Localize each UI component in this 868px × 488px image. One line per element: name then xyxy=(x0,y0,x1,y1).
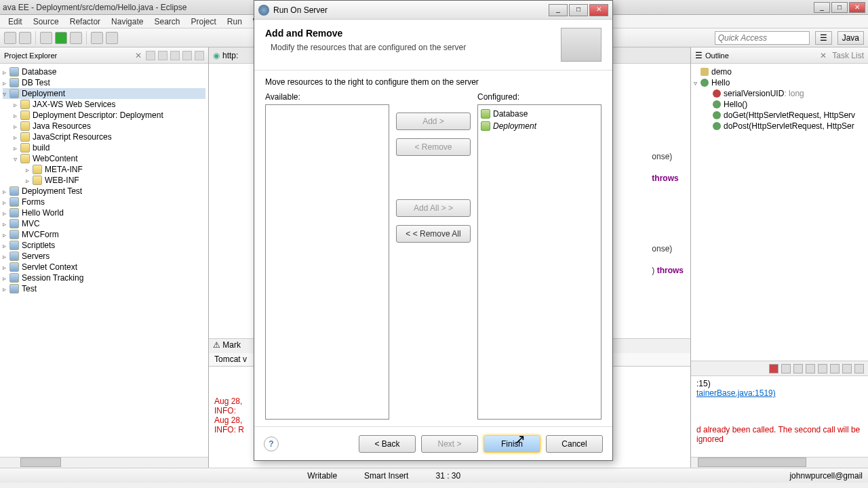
expand-icon[interactable]: ▹ xyxy=(14,134,20,141)
link-editor-icon[interactable] xyxy=(158,51,167,60)
outline-item[interactable]: doGet(HttpServletRequest, HttpServ xyxy=(694,110,865,121)
tree-item-database[interactable]: ▹Database xyxy=(3,66,205,77)
expand-icon[interactable]: ▿ xyxy=(694,79,701,87)
tree-item-javascript-resources[interactable]: ▹JavaScript Resources xyxy=(3,131,205,142)
menu-edit[interactable]: Edit xyxy=(3,16,28,28)
tree-item-scriptlets[interactable]: ▹Scriptlets xyxy=(3,240,205,251)
remove-all-icon[interactable] xyxy=(793,364,803,373)
outline-item[interactable]: demo xyxy=(694,66,865,77)
expand-icon[interactable]: ▹ xyxy=(3,79,9,87)
expand-icon[interactable]: ▹ xyxy=(3,253,9,260)
tree-item-servers[interactable]: ▹Servers xyxy=(3,251,205,262)
tree-item-build[interactable]: ▹build xyxy=(3,142,205,153)
outline-item[interactable]: serialVersionUID: long xyxy=(694,88,865,99)
save-icon[interactable] xyxy=(4,32,16,44)
quick-access-input[interactable] xyxy=(715,31,810,45)
menu-search[interactable]: Search xyxy=(149,16,185,28)
tasklist-tab[interactable]: Task List xyxy=(832,51,864,60)
help-icon[interactable]: ? xyxy=(264,436,279,451)
configured-list[interactable]: DatabaseDeployment xyxy=(477,104,601,420)
tree-item-meta-inf[interactable]: ▹META-INF xyxy=(3,164,205,175)
scroll-lock-icon[interactable] xyxy=(818,364,827,373)
stop-icon[interactable] xyxy=(106,32,118,44)
console-link[interactable]: tainerBase.java:1519) xyxy=(696,388,863,398)
scrollbar-horizontal[interactable] xyxy=(0,457,208,468)
tree-item-deployment-descriptor-deployment[interactable]: ▹Deployment Descriptor: Deployment xyxy=(3,110,205,121)
maximize-button[interactable]: □ xyxy=(831,2,848,13)
close-view-icon[interactable]: ✕ xyxy=(820,51,827,60)
expand-icon[interactable]: ▹ xyxy=(26,166,33,174)
expand-icon[interactable]: ▹ xyxy=(3,199,9,206)
add-all-button[interactable]: Add All > > xyxy=(396,199,471,217)
expand-icon[interactable]: ▹ xyxy=(3,68,9,76)
expand-icon[interactable]: ▹ xyxy=(14,123,20,130)
dialog-close-button[interactable]: ✕ xyxy=(589,4,608,16)
add-button[interactable]: Add > xyxy=(396,113,471,130)
open-console-icon[interactable] xyxy=(854,364,864,373)
expand-icon[interactable]: ▹ xyxy=(14,101,20,108)
configured-item-deployment[interactable]: Deployment xyxy=(481,120,598,132)
scrollbar-horizontal[interactable] xyxy=(691,457,868,468)
tree-item-db-test[interactable]: ▹DB Test xyxy=(3,77,205,88)
expand-icon[interactable]: ▿ xyxy=(3,90,9,98)
menu-refactor[interactable]: Refactor xyxy=(64,16,106,28)
expand-icon[interactable]: ▹ xyxy=(3,264,9,271)
terminate-icon[interactable] xyxy=(769,364,778,373)
expand-icon[interactable]: ▹ xyxy=(3,220,9,228)
expand-icon[interactable]: ▹ xyxy=(3,231,9,239)
finish-button[interactable]: Finish xyxy=(484,435,540,453)
perspective-java[interactable]: Java xyxy=(837,31,864,45)
remove-launch-icon[interactable] xyxy=(781,364,791,373)
expand-icon[interactable]: ▹ xyxy=(14,112,20,119)
tree-item-jax-ws-web-services[interactable]: ▹JAX-WS Web Services xyxy=(3,99,205,110)
expand-icon[interactable]: ▹ xyxy=(3,274,9,282)
run-last-icon[interactable] xyxy=(70,32,82,44)
dialog-maximize-button[interactable]: □ xyxy=(569,4,588,16)
maximize-view-icon[interactable] xyxy=(195,51,204,60)
tree-item-session-tracking[interactable]: ▹Session Tracking xyxy=(3,272,205,283)
expand-icon[interactable]: ▹ xyxy=(14,144,20,152)
minimize-view-icon[interactable] xyxy=(182,51,192,60)
outline-tab[interactable]: Outline xyxy=(705,52,814,60)
expand-icon[interactable]: ▹ xyxy=(26,177,33,184)
close-button[interactable]: ✕ xyxy=(849,2,865,13)
expand-icon[interactable]: ▹ xyxy=(3,209,9,217)
new-icon[interactable] xyxy=(91,32,103,44)
save-all-icon[interactable] xyxy=(19,32,31,44)
tree-item-deployment[interactable]: ▿Deployment xyxy=(3,88,205,99)
outline-item[interactable]: ▿Hello xyxy=(694,77,865,88)
clear-console-icon[interactable] xyxy=(806,364,815,373)
menu-navigate[interactable]: Navigate xyxy=(106,16,149,28)
next-button[interactable]: Next > xyxy=(421,435,478,453)
menu-source[interactable]: Source xyxy=(28,16,64,28)
debug-icon[interactable] xyxy=(40,32,52,44)
perspective-java-ee[interactable]: ☰ xyxy=(815,31,832,45)
project-tree[interactable]: ▹Database▹DB Test▿Deployment▹JAX-WS Web … xyxy=(0,64,208,457)
tree-item-java-resources[interactable]: ▹Java Resources xyxy=(3,121,205,131)
cancel-button[interactable]: Cancel xyxy=(546,435,603,453)
expand-icon[interactable]: ▹ xyxy=(3,188,9,195)
available-list[interactable] xyxy=(265,104,389,420)
collapse-all-icon[interactable] xyxy=(146,51,155,60)
tree-item-web-inf[interactable]: ▹WEB-INF xyxy=(3,175,205,186)
dialog-minimize-button[interactable]: _ xyxy=(549,4,568,16)
expand-icon[interactable]: ▹ xyxy=(3,242,9,249)
tree-item-mvc[interactable]: ▹MVC xyxy=(3,218,205,229)
close-view-icon[interactable]: ✕ xyxy=(135,51,142,60)
editor-tab-url[interactable]: http: xyxy=(222,51,238,60)
outline-tree[interactable]: demo▿HelloserialVersionUID: longHello()d… xyxy=(691,64,868,134)
tree-item-hello-world[interactable]: ▹Hello World xyxy=(3,207,205,218)
menu-project[interactable]: Project xyxy=(185,16,221,28)
minimize-button[interactable]: _ xyxy=(814,2,830,13)
tree-item-webcontent[interactable]: ▿WebContent xyxy=(3,153,205,164)
run-icon[interactable] xyxy=(55,32,67,44)
menu-run[interactable]: Run xyxy=(222,16,248,28)
expand-icon[interactable]: ▹ xyxy=(3,285,9,293)
tree-item-deployment-test[interactable]: ▹Deployment Test xyxy=(3,186,205,197)
outline-item[interactable]: Hello() xyxy=(694,99,865,110)
tree-item-test[interactable]: ▹Test xyxy=(3,283,205,294)
remove-button[interactable]: < Remove xyxy=(396,138,471,156)
view-menu-icon[interactable] xyxy=(170,51,180,60)
pin-console-icon[interactable] xyxy=(830,364,840,373)
dialog-titlebar[interactable]: Run On Server _ □ ✕ xyxy=(254,1,612,20)
